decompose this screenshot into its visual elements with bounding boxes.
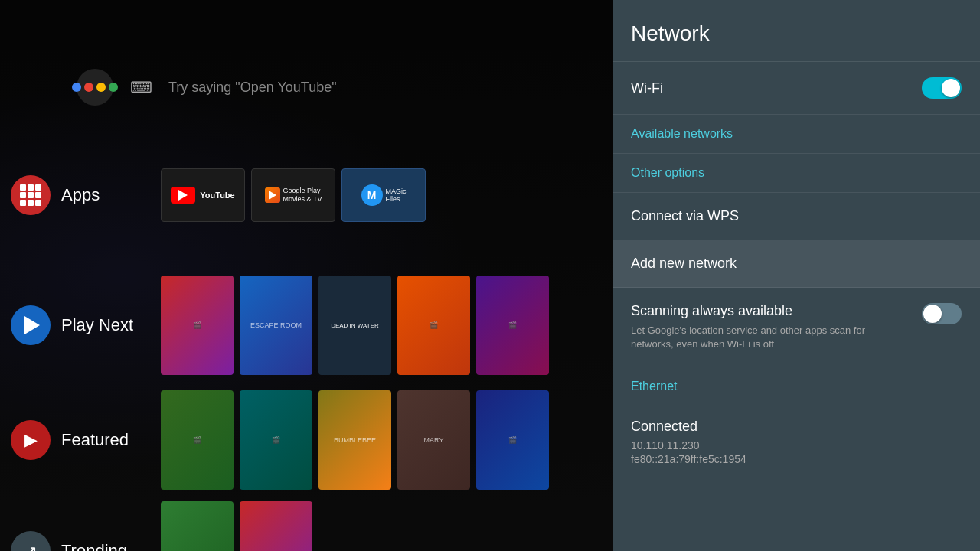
youtube-icon xyxy=(171,187,195,204)
featured-card[interactable]: MARY xyxy=(397,390,470,490)
featured-icon-circle: ▶ xyxy=(11,420,51,460)
scanning-toggle-knob xyxy=(923,305,942,323)
trending-icon: ↗ xyxy=(24,542,38,551)
connected-section: Connected 10.110.11.230 fe80::21a:79ff:f… xyxy=(612,406,980,481)
dot-green xyxy=(109,83,118,92)
youtube-app-card[interactable]: YouTube xyxy=(161,168,245,222)
play-next-list: 🎬 ESCAPE ROOM DEAD IN WATER 🎬 🎬 xyxy=(161,276,549,375)
featured-card[interactable]: 🎬 xyxy=(240,390,312,490)
tv-home-panel: ⌨ Try saying "Open YouTube" Apps xyxy=(0,0,612,551)
gplay-text: Google PlayMovies & TV xyxy=(283,187,322,204)
featured-poster-9: MARY xyxy=(397,390,470,490)
trending-card[interactable] xyxy=(161,501,234,551)
trending-label: Trending xyxy=(61,541,161,551)
featured-card[interactable]: 🎬 xyxy=(161,390,234,490)
network-title: Network xyxy=(631,21,962,46)
dot-yellow xyxy=(96,83,106,92)
play-next-icon-circle xyxy=(11,305,51,345)
movie-card[interactable]: 🎬 xyxy=(161,276,234,375)
apps-icon-circle xyxy=(11,175,51,215)
play-next-section: Play Next 🎬 ESCAPE ROOM DEAD IN WATER 🎬 … xyxy=(0,276,612,375)
featured-card[interactable]: 🎬 xyxy=(476,390,549,490)
magic-letter: M xyxy=(368,189,377,201)
featured-label: Featured xyxy=(61,430,161,450)
featured-list: 🎬 🎬 BUMBLEBEE MARY 🎬 xyxy=(161,390,549,490)
play-next-icon-container xyxy=(0,305,61,345)
search-hint: Try saying "Open YouTube" xyxy=(168,80,337,96)
movie-card-diw[interactable]: DEAD IN WATER xyxy=(318,276,391,375)
movie-poster-1: 🎬 xyxy=(161,276,234,375)
trending-icon-container: ↗ xyxy=(0,531,61,551)
google-dots xyxy=(72,83,118,92)
movie-poster-diw: DEAD IN WATER xyxy=(328,319,382,332)
youtube-logo: YouTube xyxy=(171,187,234,204)
wifi-toggle[interactable] xyxy=(922,77,962,99)
gplay-app-card[interactable]: Google PlayMovies & TV xyxy=(251,168,335,222)
trending-section: ↗ Trending xyxy=(0,501,612,551)
search-bar[interactable]: ⌨ Try saying "Open YouTube" xyxy=(77,69,597,106)
google-assistant-button[interactable] xyxy=(77,69,113,106)
apps-section-icon xyxy=(0,175,61,215)
movie-poster-5: 🎬 xyxy=(476,276,549,375)
magic-icon: M xyxy=(361,184,383,206)
available-networks-link[interactable]: Available networks xyxy=(612,115,980,154)
other-options-link[interactable]: Other options xyxy=(612,154,980,193)
wifi-info: Wi-Fi xyxy=(631,80,663,96)
connect-wps-item[interactable]: Connect via WPS xyxy=(612,193,980,240)
apps-label: Apps xyxy=(61,185,161,205)
scanning-section: Scanning always available Let Google's l… xyxy=(612,288,980,367)
featured-icon-container: ▶ xyxy=(0,420,61,460)
scanning-desc: Let Google's location service and other … xyxy=(631,324,910,351)
trending-card[interactable] xyxy=(240,501,312,551)
play-next-play-icon xyxy=(24,316,40,334)
featured-poster-6: 🎬 xyxy=(161,390,234,490)
gplay-icon xyxy=(265,187,280,203)
gplay-play-icon xyxy=(269,191,276,200)
trending-list xyxy=(161,501,312,551)
movie-card[interactable]: ESCAPE ROOM xyxy=(240,276,312,375)
add-network-label: Add new network xyxy=(631,256,737,272)
featured-icon: ▶ xyxy=(24,430,38,450)
connected-label: Connected xyxy=(631,419,962,435)
ethernet-label: Ethernet xyxy=(631,380,677,393)
add-network-item[interactable]: Add new network xyxy=(612,240,980,288)
other-options-label: Other options xyxy=(631,166,704,179)
magic-content: M MAGicFiles xyxy=(361,184,407,206)
connected-ipv6: fe80::21a:79ff:fe5c:1954 xyxy=(631,453,962,465)
movie-poster-4: 🎬 xyxy=(397,276,470,375)
scanning-header: Scanning always available Let Google's l… xyxy=(631,303,962,351)
apps-section: Apps YouTube Google PlayMovies & TV xyxy=(0,168,612,222)
youtube-text: YouTube xyxy=(200,191,234,200)
ethernet-link[interactable]: Ethernet xyxy=(612,367,980,406)
wifi-toggle-knob xyxy=(942,79,960,97)
scanning-title: Scanning always available xyxy=(631,303,910,319)
trending-icon-circle: ↗ xyxy=(11,531,51,551)
wifi-label: Wi-Fi xyxy=(631,80,663,96)
featured-section: ▶ Featured 🎬 🎬 BUMBLEBEE MARY 🎬 xyxy=(0,390,612,490)
movie-card[interactable]: 🎬 xyxy=(476,276,549,375)
dot-red xyxy=(84,83,93,92)
featured-poster-7: 🎬 xyxy=(240,390,312,490)
scanning-text: Scanning always available Let Google's l… xyxy=(631,303,910,351)
keyboard-icon[interactable]: ⌨ xyxy=(126,72,156,103)
connect-wps-label: Connect via WPS xyxy=(631,208,739,224)
featured-poster-10: 🎬 xyxy=(476,390,549,490)
magic-text: MAGicFiles xyxy=(386,187,407,203)
scanning-toggle[interactable] xyxy=(922,303,962,324)
wifi-item[interactable]: Wi-Fi xyxy=(612,62,980,115)
youtube-play-icon xyxy=(178,190,188,201)
movie-poster-2: ESCAPE ROOM xyxy=(240,276,312,375)
grid-icon xyxy=(20,184,41,206)
featured-card[interactable]: BUMBLEBEE xyxy=(318,390,391,490)
movie-card[interactable]: 🎬 xyxy=(397,276,470,375)
dot-blue xyxy=(72,83,81,92)
network-panel-header: Network xyxy=(612,0,980,62)
gplay-content: Google PlayMovies & TV xyxy=(265,187,322,204)
available-networks-label: Available networks xyxy=(631,127,733,140)
magic-app-card[interactable]: M MAGicFiles xyxy=(341,168,426,222)
connected-ip: 10.110.11.230 xyxy=(631,439,962,452)
featured-poster-8: BUMBLEBEE xyxy=(318,390,391,490)
play-next-label: Play Next xyxy=(61,315,161,335)
network-settings-panel: Network Wi-Fi Available networks Other o… xyxy=(612,0,980,551)
apps-list: YouTube Google PlayMovies & TV M xyxy=(161,168,426,222)
